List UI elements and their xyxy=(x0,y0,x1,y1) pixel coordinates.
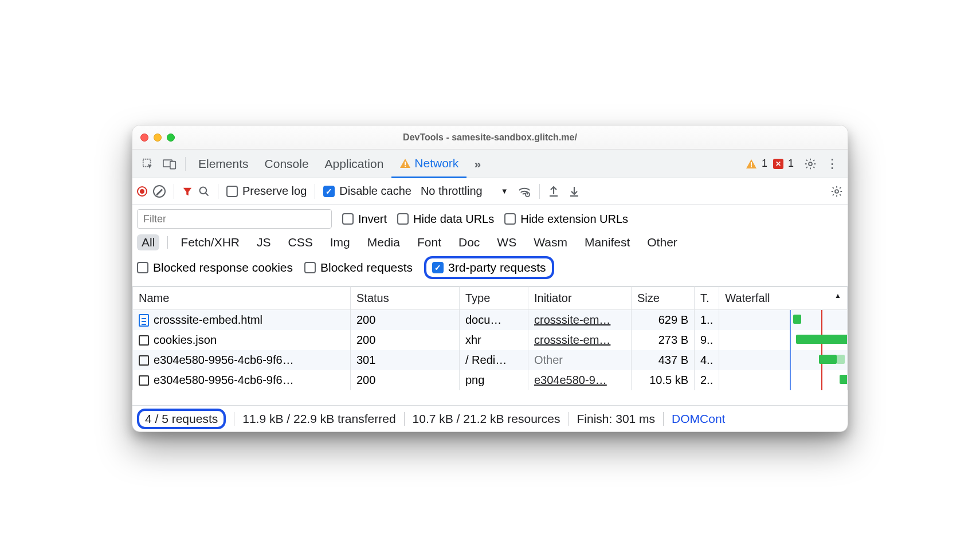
svg-rect-2 xyxy=(170,161,175,168)
col-size[interactable]: Size xyxy=(632,287,695,310)
download-har-icon[interactable] xyxy=(569,185,580,198)
type-doc[interactable]: Doc xyxy=(454,234,484,250)
filter-row: Invert Hide data URLs Hide extension URL… xyxy=(132,205,848,232)
finish-time: Finish: 301 ms xyxy=(577,412,656,426)
tab-elements[interactable]: Elements xyxy=(190,150,257,178)
svg-point-7 xyxy=(809,162,812,166)
table-row[interactable]: crosssite-embed.html 200 docu… crosssite… xyxy=(133,310,848,331)
type-font[interactable]: Font xyxy=(413,234,446,250)
disable-cache-checkbox[interactable]: Disable cache xyxy=(323,185,411,198)
request-type: xhr xyxy=(460,330,528,350)
type-ws[interactable]: WS xyxy=(492,234,521,250)
request-type: / Redi… xyxy=(460,350,528,370)
error-count[interactable]: ✕ 1 xyxy=(773,158,794,170)
kebab-menu-icon[interactable]: ⋮ xyxy=(821,153,843,175)
request-time: 9.. xyxy=(695,330,719,350)
request-name: e304e580-9956-4cb6-9f6… xyxy=(154,354,294,367)
device-toggle-icon[interactable] xyxy=(159,153,181,175)
svg-point-11 xyxy=(835,190,838,193)
request-size: 10.5 kB xyxy=(632,370,695,390)
window-controls xyxy=(140,134,175,142)
requests-count-highlight: 4 / 5 requests xyxy=(137,409,226,429)
table-row[interactable]: e304e580-9956-4cb6-9f6… 301 / Redi… Othe… xyxy=(133,350,848,370)
initiator-link[interactable]: crosssite-em… xyxy=(534,313,610,326)
upload-har-icon[interactable] xyxy=(548,185,559,198)
col-name[interactable]: Name xyxy=(133,287,351,310)
type-all[interactable]: All xyxy=(137,234,159,250)
hide-data-urls-checkbox[interactable]: Hide data URLs xyxy=(397,213,494,226)
close-window-button[interactable] xyxy=(140,134,148,142)
type-img[interactable]: Img xyxy=(326,234,355,250)
blocked-requests-checkbox[interactable]: Blocked requests xyxy=(304,261,413,274)
domcontentloaded-link[interactable]: DOMCont xyxy=(672,412,725,426)
document-icon xyxy=(139,314,149,327)
request-status: 200 xyxy=(351,370,460,390)
invert-checkbox[interactable]: Invert xyxy=(342,213,387,226)
svg-rect-6 xyxy=(751,166,752,167)
warning-icon xyxy=(746,159,757,169)
type-js[interactable]: JS xyxy=(252,234,276,250)
type-wasm[interactable]: Wasm xyxy=(529,234,572,250)
col-time[interactable]: T. xyxy=(695,287,719,310)
svg-rect-5 xyxy=(751,162,752,166)
more-tabs-icon[interactable]: » xyxy=(467,153,488,175)
hide-extension-urls-checkbox[interactable]: Hide extension URLs xyxy=(504,213,628,226)
transferred-size: 11.9 kB / 22.9 kB transferred xyxy=(242,412,395,426)
warning-icon xyxy=(399,158,411,168)
chevron-down-icon: ▼ xyxy=(501,187,508,195)
tab-network[interactable]: Network xyxy=(391,150,467,178)
svg-point-8 xyxy=(200,187,207,194)
table-row[interactable]: cookies.json 200 xhr crosssite-em… 273 B… xyxy=(133,330,848,350)
initiator-link[interactable]: e304e580-9… xyxy=(534,374,607,386)
main-tabstrip: Elements Console Application Network » 1… xyxy=(132,150,848,178)
svg-rect-3 xyxy=(405,162,406,165)
file-icon xyxy=(139,355,149,366)
third-party-requests-checkbox[interactable]: 3rd-party requests xyxy=(432,261,546,274)
request-type: docu… xyxy=(460,310,528,331)
network-toolbar: Preserve log Disable cache No throttling… xyxy=(132,178,848,205)
type-fetch-xhr[interactable]: Fetch/XHR xyxy=(176,234,244,250)
warning-count[interactable]: 1 xyxy=(746,158,767,170)
tab-application[interactable]: Application xyxy=(317,150,392,178)
col-initiator[interactable]: Initiator xyxy=(528,287,632,310)
preserve-log-checkbox[interactable]: Preserve log xyxy=(226,185,307,198)
settings-icon[interactable] xyxy=(799,153,821,175)
request-time: 1.. xyxy=(695,310,719,331)
request-name: cookies.json xyxy=(154,334,217,347)
blocked-response-cookies-checkbox[interactable]: Blocked response cookies xyxy=(137,261,293,274)
filter-input[interactable] xyxy=(137,209,332,229)
panel-settings-icon[interactable] xyxy=(830,185,843,198)
type-manifest[interactable]: Manifest xyxy=(580,234,634,250)
type-css[interactable]: CSS xyxy=(284,234,317,250)
waterfall-bar xyxy=(719,330,847,350)
type-other[interactable]: Other xyxy=(642,234,682,250)
network-conditions-icon[interactable] xyxy=(518,186,531,197)
table-header-row: Name Status Type Initiator Size T. Water… xyxy=(133,287,848,310)
requests-table: Name Status Type Initiator Size T. Water… xyxy=(132,287,848,390)
type-media[interactable]: Media xyxy=(363,234,405,250)
request-time: 4.. xyxy=(695,350,719,370)
col-waterfall[interactable]: Waterfall▲ xyxy=(719,287,848,310)
window-title: DevTools - samesite-sandbox.glitch.me/ xyxy=(132,132,848,143)
clear-button[interactable] xyxy=(153,185,166,198)
request-status: 200 xyxy=(351,330,460,350)
error-icon: ✕ xyxy=(773,159,783,169)
col-status[interactable]: Status xyxy=(351,287,460,310)
throttling-select[interactable]: No throttling ▼ xyxy=(421,185,508,198)
initiator-text: Other xyxy=(534,354,563,366)
record-button[interactable] xyxy=(137,186,147,197)
inspect-icon[interactable] xyxy=(137,153,159,175)
request-status: 200 xyxy=(351,310,460,331)
file-icon xyxy=(139,375,149,386)
maximize-window-button[interactable] xyxy=(167,134,175,142)
initiator-link[interactable]: crosssite-em… xyxy=(534,334,610,346)
col-type[interactable]: Type xyxy=(460,287,528,310)
request-status: 301 xyxy=(351,350,460,370)
tab-console[interactable]: Console xyxy=(257,150,317,178)
filter-toggle-icon[interactable] xyxy=(182,186,193,197)
minimize-window-button[interactable] xyxy=(154,134,162,142)
table-row[interactable]: e304e580-9956-4cb6-9f6… 200 png e304e580… xyxy=(133,370,848,390)
devtools-window: DevTools - samesite-sandbox.glitch.me/ E… xyxy=(132,125,848,432)
request-time: 2.. xyxy=(695,370,719,390)
search-icon[interactable] xyxy=(198,186,210,197)
